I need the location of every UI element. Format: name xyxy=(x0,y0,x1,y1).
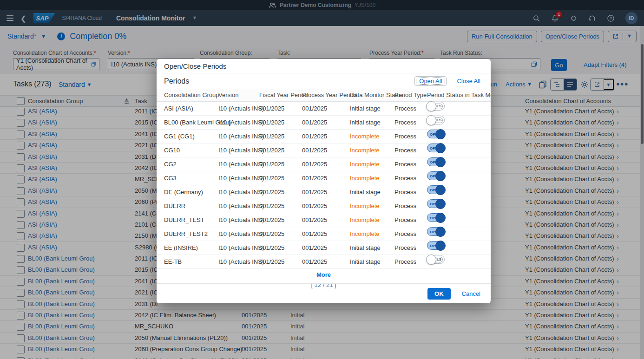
period-status-toggle[interactable]: OPN xyxy=(427,171,445,180)
period-status-toggle[interactable]: CLS xyxy=(427,116,445,124)
dialog-column-period-type: Period Type xyxy=(394,89,427,101)
dialog-row-group: DUERR xyxy=(164,199,185,213)
dialog-row-version: I10 (Actuals INS) xyxy=(218,116,264,129)
period-status-toggle[interactable]: OPN xyxy=(427,213,445,222)
dialog-row-dm-status: Incomplete xyxy=(350,227,380,241)
dialog-row: CG2 I10 (Actuals INS) 001/2025 001/2025 … xyxy=(157,157,491,171)
dialog-row-process: 001/2025 xyxy=(302,255,327,268)
dialog-row-process: 001/2025 xyxy=(302,171,327,185)
dialog-table-header: Consolidation Group Version Fiscal Year … xyxy=(157,89,491,102)
dialog-row-fiscal: 001/2025 xyxy=(259,241,284,255)
period-status-toggle[interactable]: OPN xyxy=(427,144,445,152)
dialog-row-group: EE-TB xyxy=(164,255,182,268)
dialog-row: DUERR_TEST2 I10 (Actuals INS) 001/2025 0… xyxy=(157,227,491,241)
toggle-knob xyxy=(435,157,446,167)
dialog-row: BL00 (Bank Leumi Grou) I10 (Actuals INS)… xyxy=(157,116,491,130)
dialog-row-group: DUERR_TEST xyxy=(164,213,204,227)
dialog-row-dm-status: Initial stage xyxy=(350,185,381,199)
period-status-toggle[interactable]: CLS xyxy=(427,102,445,111)
dialog-row-dm-status: Incomplete xyxy=(350,130,380,143)
toggle-knob xyxy=(426,255,436,265)
dialog-row-group: ASI (ASIA) xyxy=(164,102,193,115)
dialog-row-process: 001/2025 xyxy=(302,157,327,171)
screen: Partner Demo Customizing YJS/100 ❮ SAP S… xyxy=(0,0,644,359)
dialog-row-period-type: Process xyxy=(394,130,416,143)
dialog-row-fiscal: 001/2025 xyxy=(259,255,284,268)
open-close-periods-dialog: Open/Close Periods Periods Open All Clos… xyxy=(157,59,491,303)
dialog-row-version: I10 (Actuals INS) xyxy=(218,241,264,255)
toggle-knob xyxy=(435,241,446,251)
dialog-row-group: CG1 (CG1) xyxy=(164,130,195,143)
dialog-row-group: CG3 xyxy=(164,171,177,185)
period-status-toggle[interactable]: OPN xyxy=(427,185,445,194)
cancel-button[interactable]: Cancel xyxy=(459,290,483,298)
dialog-row-fiscal: 001/2025 xyxy=(259,213,284,227)
dialog-column-period-status: Period Status in Task Monitor xyxy=(427,89,491,101)
dialog-row: DUERR_TEST I10 (Actuals INS) 001/2025 00… xyxy=(157,213,491,227)
period-status-toggle[interactable]: OPN xyxy=(427,199,445,208)
dialog-row-version: I10 (Actuals INS) xyxy=(218,199,264,213)
dialog-row: CG1 (CG1) I10 (Actuals INS) 001/2025 001… xyxy=(157,130,491,144)
dialog-row-version: I10 (Actuals INS) xyxy=(218,144,264,157)
dialog-row-period-type: Process xyxy=(394,255,416,268)
dialog-row-period-type: Process xyxy=(394,116,416,129)
period-status-toggle[interactable]: OPN xyxy=(427,241,445,250)
dialog-row-group: DE (Germany) xyxy=(164,185,203,199)
dialog-row-period-type: Process xyxy=(394,171,416,185)
toggle-knob xyxy=(426,101,436,111)
more-link[interactable]: More xyxy=(157,271,491,278)
dialog-row-group: CG10 xyxy=(164,144,180,157)
toggle-knob xyxy=(435,199,446,209)
dialog-row-dm-status: Initial stage xyxy=(350,116,381,129)
dialog-row-process: 001/2025 xyxy=(302,185,327,199)
dialog-row-fiscal: 001/2025 xyxy=(259,102,284,115)
dialog-row-process: 001/2025 xyxy=(302,227,327,241)
dialog-row-fiscal: 001/2025 xyxy=(259,171,284,185)
period-status-toggle[interactable]: OPN xyxy=(427,157,445,166)
toggle-knob xyxy=(435,129,446,139)
dialog-row-period-type: Process xyxy=(394,185,416,199)
dialog-row-group: DUERR_TEST2 xyxy=(164,227,208,241)
dialog-row-fiscal: 001/2025 xyxy=(259,199,284,213)
dialog-row-fiscal: 001/2025 xyxy=(259,144,284,157)
dialog-row: CG3 I10 (Actuals INS) 001/2025 001/2025 … xyxy=(157,171,491,185)
dialog-footer: OK Cancel xyxy=(157,283,491,303)
close-all-button[interactable]: Close All xyxy=(454,77,483,85)
toggle-knob xyxy=(435,213,446,223)
dialog-column-version: Version xyxy=(218,89,238,101)
period-status-toggle[interactable]: OPN xyxy=(427,130,445,138)
dialog-row-fiscal: 001/2025 xyxy=(259,116,284,129)
open-all-button[interactable]: Open All xyxy=(414,76,447,86)
dialog-column-group: Consolidation Group xyxy=(164,89,219,101)
toggle-knob xyxy=(435,143,446,153)
dialog-row-group: CG2 xyxy=(164,157,177,171)
toggle-knob xyxy=(435,227,446,237)
dialog-row-period-type: Process xyxy=(394,102,416,115)
dialog-row-dm-status: Initial stage xyxy=(350,255,381,268)
dialog-row: CG10 I10 (Actuals INS) 001/2025 001/2025… xyxy=(157,144,491,157)
dialog-row: DUERR I10 (Actuals INS) 001/2025 001/202… xyxy=(157,199,491,213)
dialog-column-fiscal: Fiscal Year Period xyxy=(259,89,308,101)
dialog-row-period-type: Process xyxy=(394,199,416,213)
dialog-row-dm-status: Incomplete xyxy=(350,213,380,227)
dialog-row-process: 001/2025 xyxy=(302,116,327,129)
dialog-row-period-type: Process xyxy=(394,157,416,171)
dialog-row-process: 001/2025 xyxy=(302,130,327,143)
dialog-row-period-type: Process xyxy=(394,241,416,255)
panel-title: Periods xyxy=(164,77,189,85)
period-status-toggle[interactable]: CLS xyxy=(427,255,445,264)
dialog-row-group: EE (INSIRE) xyxy=(164,241,198,255)
period-status-toggle[interactable]: OPN xyxy=(427,227,445,236)
dialog-row-period-type: Process xyxy=(394,227,416,241)
dialog-row-version: I10 (Actuals INS) xyxy=(218,185,264,199)
dialog-row-dm-status: Initial stage xyxy=(350,102,381,115)
dialog-row-version: I10 (Actuals INS) xyxy=(218,102,264,115)
toggle-knob xyxy=(435,171,446,181)
dialog-row-dm-status: Incomplete xyxy=(350,157,380,171)
dialog-row-fiscal: 001/2025 xyxy=(259,185,284,199)
dialog-row-fiscal: 001/2025 xyxy=(259,130,284,143)
dialog-row-fiscal: 001/2025 xyxy=(259,157,284,171)
ok-button[interactable]: OK xyxy=(427,288,451,300)
dialog-row-dm-status: Incomplete xyxy=(350,144,380,157)
toggle-knob xyxy=(426,115,436,125)
